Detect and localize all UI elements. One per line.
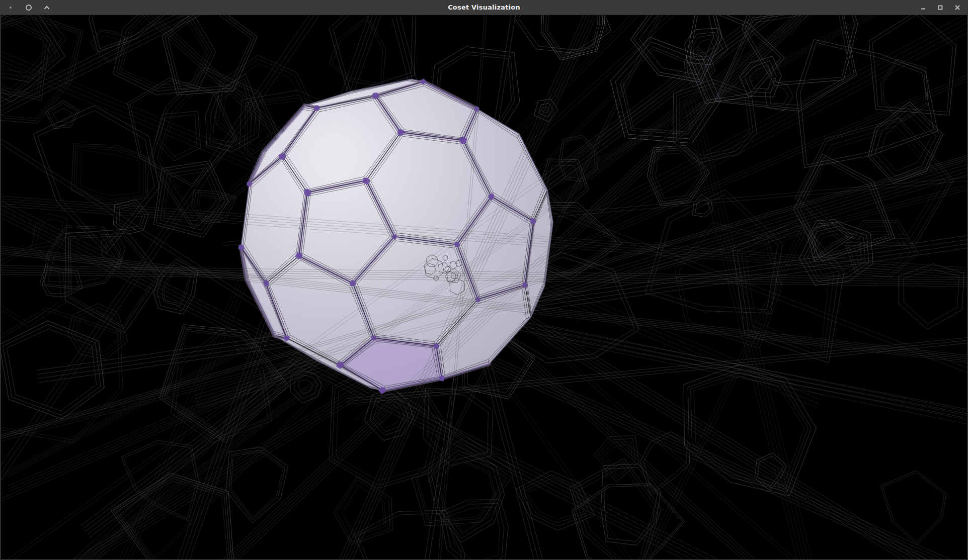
titlebar[interactable]: Coset Visualization (0, 0, 968, 15)
titlebar-right-controls (918, 0, 968, 15)
window-title: Coset Visualization (0, 0, 968, 15)
chevron-up-icon[interactable] (41, 2, 52, 13)
app-indicator-dot-icon[interactable] (5, 2, 16, 13)
app-window: Coset Visualization (0, 0, 968, 560)
minimize-icon[interactable] (918, 2, 929, 13)
titlebar-left-controls (0, 0, 52, 15)
close-icon[interactable] (952, 2, 963, 13)
record-circle-icon[interactable] (23, 2, 34, 13)
viewport-3d (1, 15, 967, 559)
maximize-icon[interactable] (935, 2, 946, 13)
coset-3d-canvas[interactable] (1, 15, 967, 559)
